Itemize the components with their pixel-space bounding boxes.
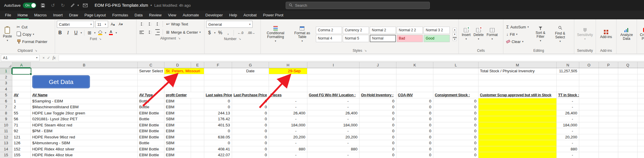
column-header-partial[interactable] (638, 62, 644, 68)
cell-pieces[interactable]: 20,200 (269, 134, 307, 140)
cell-tt-in-stock[interactable]: - (557, 104, 579, 110)
gallery-more-icon[interactable]: ▼ (453, 37, 457, 41)
cell-coa-inv[interactable]: 0 (396, 98, 433, 104)
name-box[interactable]: A1 ▾ (1, 55, 40, 61)
cell-on-hold[interactable]: 0 (360, 110, 396, 116)
cell-profit-center[interactable]: EBM (164, 104, 191, 110)
style-normal-3-2[interactable]: Normal 3 2 (424, 27, 450, 34)
cell-last-sales-price[interactable]: 244.13 (204, 110, 232, 116)
borders-icon[interactable]: ⊞ (86, 30, 93, 36)
row-header[interactable]: 11 (0, 128, 12, 134)
cell-profit-center[interactable]: EBM (164, 134, 191, 140)
cell-profit-center[interactable]: EBM (164, 152, 191, 158)
column-header-j[interactable]: J (360, 62, 396, 68)
cell-tt-in-stock[interactable]: - (557, 152, 579, 158)
cell-last-purchase-price[interactable]: 0 (232, 116, 269, 122)
undo-icon[interactable]: ↺ (49, 2, 56, 9)
cell-tt-in-stock[interactable]: 880 (557, 146, 579, 152)
fill-color-icon[interactable] (97, 30, 103, 36)
merge-center-button[interactable]: ⊞Merge & Center▾ (165, 29, 202, 35)
cell-consignment[interactable]: 0 (433, 140, 478, 146)
cell-last-purchase-price[interactable]: 0 (232, 134, 269, 140)
cell-coa-inv[interactable]: 0 (396, 122, 433, 128)
cell-av-type[interactable]: Bottle (138, 104, 164, 110)
tab-view[interactable]: View (165, 11, 179, 19)
format-cells-button[interactable]: Format ▾ (485, 28, 499, 41)
increase-decimal-icon[interactable]: ←.0 (236, 30, 245, 36)
font-family-combo[interactable]: Calibri▾ (57, 21, 94, 28)
tab-data[interactable]: Data (131, 11, 146, 19)
cell-consignment[interactable]: 0 (433, 122, 478, 128)
cell-tt-in-stock[interactable]: - (557, 116, 579, 122)
cell-consignment[interactable]: 0 (433, 152, 478, 158)
tab-review[interactable]: Review (146, 11, 165, 19)
cell-av-name[interactable]: $Abmusterung - SBM (31, 140, 138, 146)
dialog-launcher-icon[interactable]: ↘ (238, 37, 241, 40)
enter-icon[interactable]: ✓ (47, 56, 50, 60)
cell-av[interactable]: 1 (12, 98, 31, 104)
style-normal-2[interactable]: Normal 2 (370, 27, 396, 34)
cell-customer-scrap-highlighted[interactable] (478, 140, 557, 146)
sort-filter-button[interactable]: Sort & Filter ▾ (531, 26, 550, 43)
cell-good-fg[interactable]: - (307, 152, 360, 158)
cell-customer-scrap-highlighted[interactable] (478, 134, 557, 140)
cell-on-hold[interactable]: 0 (360, 116, 396, 122)
row-header[interactable]: 13 (0, 140, 12, 146)
row-header[interactable]: 10 (0, 122, 12, 128)
cell-customer-scrap-highlighted[interactable] (478, 116, 557, 122)
cell-last-sales-price[interactable]: 176.42 (204, 116, 232, 122)
row-header[interactable]: 2 (0, 74, 12, 80)
row-header[interactable]: 15 (0, 152, 12, 158)
total-stock-value-cell[interactable]: 11,257,505 (557, 68, 579, 74)
cell-last-sales-price[interactable]: 0 (204, 140, 232, 146)
column-header-k[interactable]: K (396, 62, 433, 68)
cell-av[interactable]: 55 (12, 110, 31, 116)
cell-pieces[interactable]: - (269, 152, 307, 158)
create-pdf-button[interactable]: Create PDF (639, 27, 644, 41)
cell-on-hold[interactable]: 0 (360, 152, 396, 158)
cell-profit-center[interactable]: SBM (164, 116, 191, 122)
cell-on-hold[interactable]: 0 (360, 128, 396, 134)
cell-last-sales-price[interactable]: 0 (204, 98, 232, 104)
pen-icon[interactable] (69, 2, 76, 9)
cell-tt-in-stock[interactable]: - (557, 128, 579, 134)
server-value-cell[interactable]: St. Peters, Missouri (164, 68, 204, 74)
active-cell-a1[interactable] (12, 68, 31, 74)
cancel-icon[interactable]: × (42, 56, 45, 60)
cell-coa-inv[interactable]: 0 (396, 146, 433, 152)
align-left-icon[interactable] (138, 29, 145, 35)
tab-help[interactable]: Help (226, 11, 240, 19)
align-top-icon[interactable] (138, 21, 145, 27)
cell-av[interactable]: 121 (12, 134, 31, 140)
cell-coa-inv[interactable]: 0 (396, 116, 433, 122)
cell-last-sales-price[interactable]: 408.41 (204, 146, 232, 152)
cell-profit-center[interactable]: SBM (164, 140, 191, 146)
cell-coa-inv[interactable]: 0 (396, 134, 433, 140)
mail-icon[interactable] (82, 2, 89, 9)
cell-av-type[interactable]: EBM Bottle (138, 152, 164, 158)
gallery-up-icon[interactable]: ▲ (453, 28, 457, 32)
cell-last-purchase-price[interactable]: 0 (232, 110, 269, 116)
cell-last-purchase-price[interactable]: 0 (232, 152, 269, 158)
cell-customer-scrap-highlighted[interactable] (478, 128, 557, 134)
cell-tt-in-stock[interactable]: 20,200 (557, 134, 579, 140)
cell-coa-inv[interactable]: 0 (396, 104, 433, 110)
cell-av[interactable]: 2 (12, 104, 31, 110)
tab-draw[interactable]: Draw (66, 11, 81, 19)
cell-consignment[interactable]: 0 (433, 146, 478, 152)
column-header-e[interactable]: E (191, 62, 204, 68)
sensitivity-button[interactable]: Sensitivity ▾ (576, 28, 594, 41)
cell-av-type[interactable]: Bottle (138, 98, 164, 104)
cell-tt-in-stock[interactable]: - (557, 140, 579, 146)
format-as-table-button[interactable]: Format as Table ▾ (291, 26, 314, 43)
cell-last-sales-price[interactable]: 0 (204, 128, 232, 134)
cell-av-name[interactable]: $PM - EBM (31, 128, 138, 134)
cell-on-hold[interactable]: 0 (360, 104, 396, 110)
cell-good-fg[interactable]: - (307, 140, 360, 146)
dialog-launcher-icon[interactable]: ↘ (35, 49, 37, 52)
cell-tt-in-stock[interactable]: - (557, 98, 579, 104)
cell-last-sales-price[interactable]: 401.53 (204, 122, 232, 128)
cell-pieces[interactable]: - (269, 98, 307, 104)
cell-good-fg[interactable]: 184,000 (307, 122, 360, 128)
cell-consignment[interactable]: 0 (433, 128, 478, 134)
